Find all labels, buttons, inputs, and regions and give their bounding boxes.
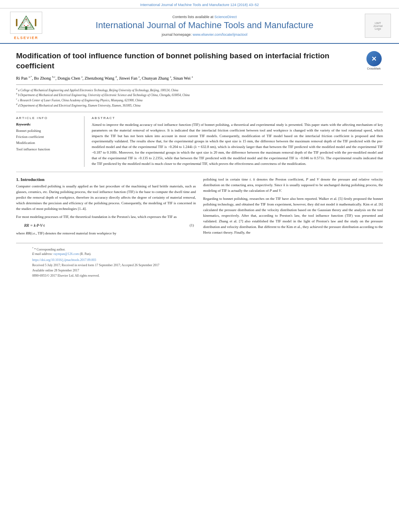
svg-point-5 [29,22,31,23]
intro-para-right-1: polishing tool in certain time t. k deno… [203,177,383,194]
keyword-modification: Modification [16,140,79,146]
article-info-col: ARTICLE INFO Keywords: Bonnet polishing … [16,116,84,167]
email-note: E-mail address: raympan@126.com (R. Pan)… [32,252,367,257]
journal-title: International Journal of Machine Tools a… [52,20,357,31]
footer-dates: https://doi.org/10.1016/j.ijmachtools.20… [32,258,367,278]
keyword-bonnet: Bonnet polishing [16,128,79,134]
homepage-url[interactable]: www.elsevier.com/locate/ijmactool [193,33,247,37]
journal-header: ELSEVIER Contents lists available at Sci… [0,8,399,44]
keyword-tif: Tool influence function [16,146,79,152]
keyword-friction: Friction coefficient [16,134,79,140]
svg-point-8 [27,25,29,26]
abstract-text: Aimed to improve the modeling accuracy o… [92,122,383,167]
intro-para-2: For most modeling processes of TIF, the … [16,214,196,220]
journal-citation: International Journal of Machine Tools a… [140,3,259,7]
contents-available-text: Contents lists available at ScienceDirec… [52,15,357,19]
article-title: Modification of tool influence function … [16,51,359,71]
introduction-section: 1. Introduction Computer controlled poli… [16,177,383,239]
article-info-abstract: ARTICLE INFO Keywords: Bonnet polishing … [16,112,383,167]
crossmark-icon: ✕ [366,51,382,66]
affiliation-c: c c Research Center of Laser Fusion, Chi… [16,97,383,103]
intro-para-3: where RR(i.e., TIF) denotes the removed … [16,231,196,236]
svg-point-4 [22,22,23,23]
affiliation-d: d d Department of Mechanical and Electri… [16,103,383,108]
article-info-heading: ARTICLE INFO [16,116,79,120]
svg-rect-10 [35,19,37,26]
elsevier-logo: ELSEVIER [8,12,44,40]
authors-line: Ri Pan a,*, Bo Zhong b,c, Dongju Chen a,… [16,75,383,82]
available-online: Available online 28 September 2017 [32,268,367,273]
abstract-heading: ABSTRACT [92,116,383,120]
svg-point-7 [24,25,25,26]
formula-1: RR = k·P·V·t (1) [16,223,196,228]
intro-col-right: polishing tool in certain time t. k deno… [203,177,383,239]
affiliation-a: a a College of Mechanical Engineering an… [16,87,383,92]
abstract-col: ABSTRACT Aimed to improve the modeling a… [92,116,383,167]
article-footer: * * Corresponding author. E-mail address… [16,243,383,282]
copyright: 0890-6955/© 2017 Elsevier Ltd. All right… [32,273,367,279]
sciencedirect-link[interactable]: ScienceDirect [214,15,237,19]
intro-col-left: 1. Introduction Computer controlled poli… [16,177,196,239]
intro-heading: 1. Introduction [16,177,196,182]
journal-right-logo-box: IJMTJournalLogo [365,14,391,38]
affiliations-section: a a College of Mechanical Engineering an… [16,84,383,108]
keywords-label: Keywords: [16,122,79,126]
doi-link[interactable]: https://doi.org/10.1016/j.ijmachtools.20… [32,258,367,263]
section-divider [16,172,383,172]
received-dates: Received 5 July 2017; Received in revise… [32,263,367,268]
svg-rect-9 [16,19,18,26]
article-title-section: Modification of tool influence function … [16,51,383,71]
corresponding-note: * * Corresponding author. [32,246,367,252]
intro-para-right-2: Regarding to bonnet polishing, researche… [203,196,383,236]
elsevier-brand-text: ELSEVIER [14,36,39,40]
svg-point-6 [26,19,27,20]
affiliation-b: b b Department of Mechanical and Electri… [16,92,383,97]
crossmark-label: CrossMark [367,67,381,70]
crossmark-badge: ✕ CrossMark [365,51,383,70]
email-link[interactable]: raympan@126.com [53,252,79,256]
intro-para-1: Computer controlled polishing is usually… [16,184,196,212]
journal-homepage: journal homepage: www.elsevier.com/locat… [52,33,357,37]
